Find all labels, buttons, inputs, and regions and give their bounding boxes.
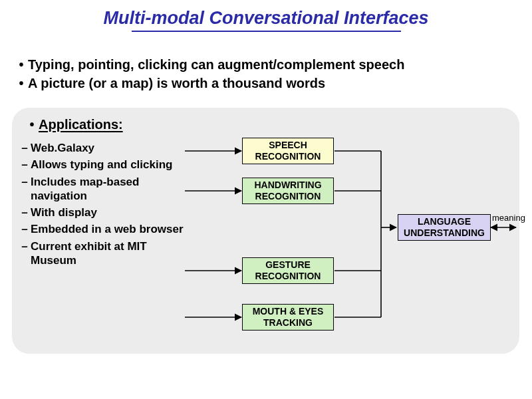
node-mouth-eyes-tracking: MOUTH & EYES TRACKING bbox=[242, 304, 334, 331]
node-label: SPEECH RECOGNITION bbox=[255, 140, 321, 162]
dash-icon: – bbox=[19, 175, 31, 189]
list-item: – Allows typing and clicking bbox=[19, 158, 185, 172]
list-item: – Includes map-based navigation bbox=[19, 175, 185, 203]
sub-item-text: Current exhibit at MIT Museum bbox=[31, 239, 185, 268]
node-language-understanding: LANGUAGE UNDERSTANDING bbox=[398, 214, 491, 241]
node-handwriting-recognition: HANDWRITING RECOGNITION bbox=[242, 178, 334, 204]
dash-icon: – bbox=[19, 222, 31, 236]
dash-icon: – bbox=[19, 239, 31, 253]
node-label: MOUTH & EYES TRACKING bbox=[253, 306, 324, 329]
bullet-text: A picture (or a map) is worth a thousand… bbox=[28, 74, 325, 92]
sub-item-text: Includes map-based navigation bbox=[31, 175, 185, 203]
list-item: – Embedded in a web browser bbox=[19, 222, 185, 236]
node-label: HANDWRITING RECOGNITION bbox=[254, 180, 321, 202]
sub-item-text: Web.Galaxy bbox=[31, 141, 94, 155]
list-item: – Web.Galaxy bbox=[19, 141, 185, 155]
list-item: – With display bbox=[19, 205, 185, 219]
node-speech-recognition: SPEECH RECOGNITION bbox=[242, 138, 334, 164]
applications-heading: • Applications: bbox=[25, 116, 123, 133]
slide-title: Multi-modal Conversational Interfaces bbox=[0, 8, 532, 32]
bullet-text: Typing, pointing, clicking can augment/c… bbox=[28, 56, 404, 73]
list-item: • A picture (or a map) is worth a thousa… bbox=[15, 74, 519, 92]
node-label: GESTURE RECOGNITION bbox=[255, 259, 321, 282]
bullet-dot-icon: • bbox=[15, 56, 28, 73]
sub-item-text: Embedded in a web browser bbox=[31, 222, 184, 236]
applications-label-text: Applications: bbox=[39, 117, 123, 132]
dash-icon: – bbox=[19, 205, 31, 219]
slide: Multi-modal Conversational Interfaces • … bbox=[0, 0, 532, 399]
flow-diagram: SPEECH RECOGNITION HANDWRITING RECOGNITI… bbox=[185, 121, 517, 347]
list-item: – Current exhibit at MIT Museum bbox=[19, 239, 185, 268]
node-gesture-recognition: GESTURE RECOGNITION bbox=[242, 257, 334, 284]
sub-item-text: With display bbox=[31, 205, 97, 219]
sub-item-text: Allows typing and clicking bbox=[31, 158, 172, 172]
list-item: • Typing, pointing, clicking can augment… bbox=[15, 56, 519, 73]
top-bullet-list: • Typing, pointing, clicking can augment… bbox=[15, 56, 519, 93]
applications-sublist: – Web.Galaxy – Allows typing and clickin… bbox=[19, 141, 185, 270]
dash-icon: – bbox=[19, 141, 31, 155]
node-label: LANGUAGE UNDERSTANDING bbox=[404, 216, 485, 239]
output-meaning-label: meaning bbox=[492, 213, 525, 223]
content-panel: • Applications: – Web.Galaxy – Allows ty… bbox=[12, 108, 519, 354]
bullet-dot-icon: • bbox=[25, 116, 39, 133]
bullet-dot-icon: • bbox=[15, 74, 28, 92]
dash-icon: – bbox=[19, 158, 31, 172]
